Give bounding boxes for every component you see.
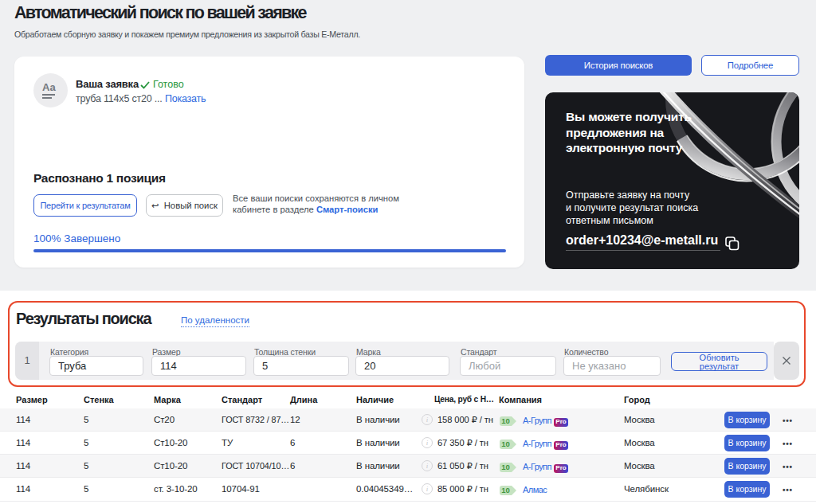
svg-text:Aa: Aa <box>42 81 56 93</box>
